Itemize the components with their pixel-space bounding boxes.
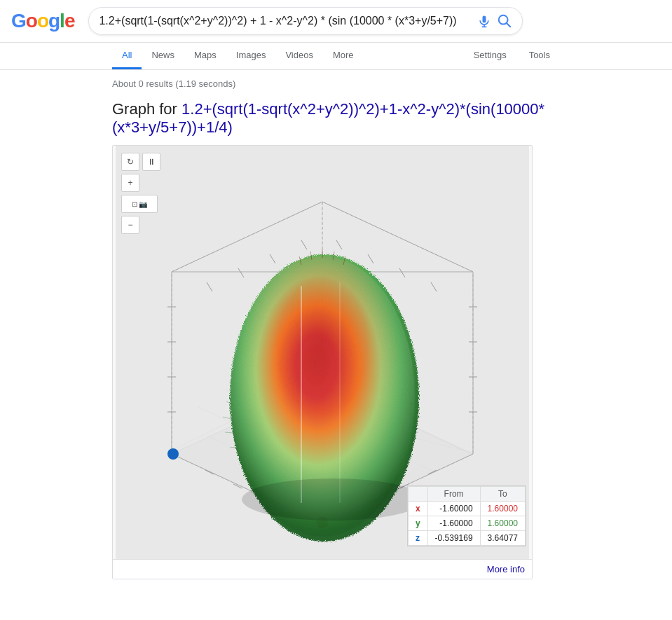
logo[interactable]: Google xyxy=(11,10,74,32)
svg-point-50 xyxy=(167,448,179,460)
header: Google xyxy=(0,0,672,43)
z-to[interactable]: 3.64077 xyxy=(480,531,525,546)
ctrl-row-2: + xyxy=(121,174,160,192)
more-info-link[interactable]: More info xyxy=(113,559,532,579)
x-to[interactable]: 1.60000 xyxy=(480,502,525,516)
search-button[interactable] xyxy=(497,13,512,29)
range-header-to: To xyxy=(480,487,525,502)
range-header-label xyxy=(408,487,427,502)
nav-item-news[interactable]: News xyxy=(142,43,184,69)
x-from[interactable]: -1.60000 xyxy=(427,502,480,516)
graph-title: Graph for 1.2+(sqrt(1-sqrt(x^2+y^2))^2)+… xyxy=(112,100,560,137)
nav-item-videos[interactable]: Videos xyxy=(275,43,323,69)
z-label: z xyxy=(408,531,427,546)
results-area: About 0 results (1.19 seconds) Graph for… xyxy=(0,70,672,593)
logo-g: G xyxy=(11,10,26,32)
range-table: From To x -1.60000 1.60000 y -1.60000 1.… xyxy=(407,485,526,546)
svg-line-4 xyxy=(507,23,511,27)
minus-button[interactable]: − xyxy=(121,216,139,234)
nav-item-more[interactable]: More xyxy=(323,43,364,69)
nav-right: Settings Tools xyxy=(464,43,560,69)
nav-item-maps[interactable]: Maps xyxy=(184,43,226,69)
y-label: y xyxy=(408,516,427,531)
range-row-y: y -1.60000 1.60000 xyxy=(408,516,525,531)
graph-title-prefix: Graph for xyxy=(112,100,181,118)
results-count: About 0 results (1.19 seconds) xyxy=(112,78,560,89)
mic-icon[interactable] xyxy=(477,14,491,28)
logo-o2: o xyxy=(37,10,48,32)
range-row-x: x -1.60000 1.60000 xyxy=(408,502,525,516)
search-bar xyxy=(88,7,523,35)
logo-e: e xyxy=(64,10,75,32)
nav-item-settings[interactable]: Settings xyxy=(464,43,516,69)
camera-icon: 📷 xyxy=(139,200,147,208)
y-to[interactable]: 1.60000 xyxy=(480,516,525,531)
x-label: x xyxy=(408,502,427,516)
svg-point-71 xyxy=(242,478,424,521)
logo-o1: o xyxy=(26,10,37,32)
range-header-from: From xyxy=(427,487,480,502)
nav-item-images[interactable]: Images xyxy=(226,43,276,69)
plus-button[interactable]: + xyxy=(121,174,139,192)
graph-box: ↻ ⏸ + ⊡ 📷 − xyxy=(112,145,533,579)
graph-controls: ↻ ⏸ + ⊡ 📷 − xyxy=(121,153,160,234)
range-row-z: z -0.539169 3.64077 xyxy=(408,531,525,546)
ctrl-row-4: − xyxy=(121,216,160,234)
logo-l: l xyxy=(60,10,64,32)
z-from[interactable]: -0.539169 xyxy=(427,531,480,546)
fit-camera-button[interactable]: ⊡ 📷 xyxy=(121,195,158,213)
logo-g2: g xyxy=(48,10,60,32)
nav-item-all[interactable]: All xyxy=(112,43,142,69)
y-from[interactable]: -1.60000 xyxy=(427,516,480,531)
fit-icon: ⊡ xyxy=(132,200,137,208)
nav-item-tools[interactable]: Tools xyxy=(519,43,560,69)
pause-button[interactable]: ⏸ xyxy=(142,153,160,171)
rotate-button[interactable]: ↻ xyxy=(121,153,139,171)
search-input[interactable] xyxy=(99,15,472,27)
svg-rect-0 xyxy=(483,16,486,23)
ctrl-row-1: ↻ ⏸ xyxy=(121,153,160,171)
ctrl-row-3: ⊡ 📷 xyxy=(121,195,160,213)
nav-bar: All News Maps Images Videos More Setting… xyxy=(0,43,672,70)
